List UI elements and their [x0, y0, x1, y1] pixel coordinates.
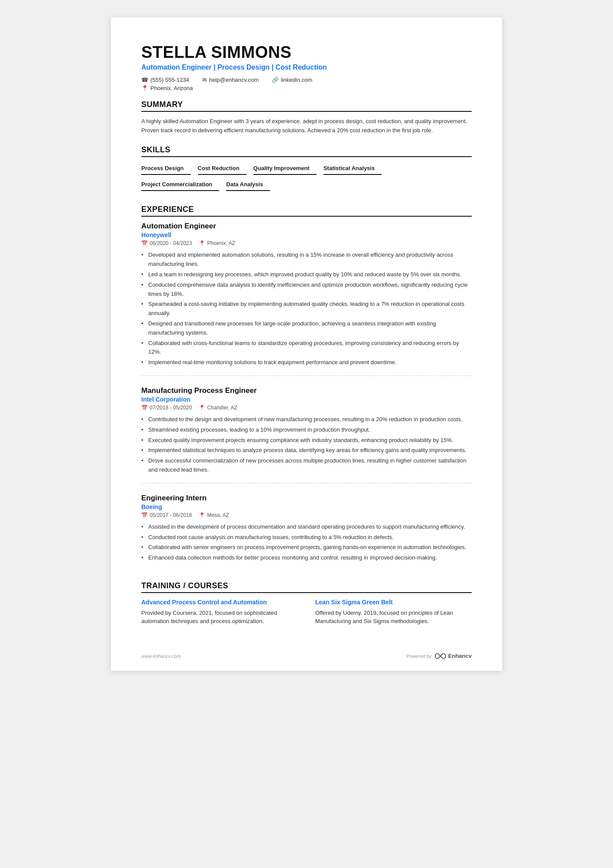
linkedin-contact: 🔗 linkedin.com [272, 77, 312, 83]
bullet-item: Implemented real-time monitoring solutio… [141, 358, 472, 367]
skill-item: Statistical Analysis [323, 162, 382, 175]
job-dates: 📅 07/2018 - 05/2020 [141, 405, 192, 411]
skills-section: SKILLS Process DesignCost ReductionQuali… [141, 145, 472, 194]
job-meta: 📅 05/2017 - 06/2018 📍 Mesa, AZ [141, 512, 472, 518]
bullet-item: Developed and implemented automation sol… [141, 251, 472, 269]
experience-list: Automation Engineer Honeywell 📅 06/2020 … [141, 222, 472, 571]
person-name: STELLA SIMMONS [141, 44, 472, 62]
skill-item: Data Analysis [226, 178, 270, 191]
job-location: 📍 Mesa, AZ [199, 512, 229, 518]
phone-contact: ☎ (555) 555-1234 [141, 77, 189, 83]
person-subtitle: Automation Engineer | Process Design | C… [141, 64, 472, 71]
skill-item: Quality Improvement [253, 162, 316, 175]
job-meta: 📅 07/2018 - 05/2020 📍 Chandler, AZ [141, 405, 472, 411]
linkedin-value: linkedin.com [281, 77, 312, 83]
job-title: Automation Engineer [141, 222, 472, 231]
job-dates: 📅 05/2017 - 06/2018 [141, 512, 192, 518]
calendar-icon: 📅 [141, 405, 148, 411]
training-item-title: Advanced Process Control and Automation [141, 598, 298, 607]
bullet-list: Assisted in the development of process d… [141, 523, 472, 563]
bullet-item: Enhanced data collection methods for bet… [141, 553, 472, 563]
training-item-text: Offered by Udemy, 2019, focused on princ… [315, 609, 472, 626]
powered-by-text: Powered by [406, 654, 432, 659]
company-name: Intel Corporation [141, 396, 472, 403]
location-pin-icon: 📍 [199, 240, 205, 246]
experience-title: EXPERIENCE [141, 205, 472, 217]
bullet-list: Developed and implemented automation sol… [141, 251, 472, 367]
brand-name: Enhancv [448, 653, 472, 659]
resume-page: STELLA SIMMONS Automation Engineer | Pro… [111, 17, 502, 671]
job-title: Manufacturing Process Engineer [141, 386, 472, 395]
bullet-item: Collaborated with cross-functional teams… [141, 339, 472, 357]
location-row: 📍 Phoenix, Arizona [141, 85, 472, 91]
email-icon: ✉ [202, 77, 207, 83]
company-name: Honeywell [141, 231, 472, 238]
training-section: TRAINING / COURSES Advanced Process Cont… [141, 581, 472, 626]
enhancv-logo-icon [434, 652, 446, 660]
email-value: help@enhancv.com [209, 77, 259, 83]
training-item-text: Provided by Coursera, 2021, focused on s… [141, 609, 298, 626]
experience-entry: Engineering Intern Boeing 📅 05/2017 - 06… [141, 494, 472, 571]
bullet-item: Designed and transitioned new processes … [141, 319, 472, 338]
training-item: Advanced Process Control and Automation … [141, 598, 298, 626]
training-title: TRAINING / COURSES [141, 581, 472, 593]
experience-section: EXPERIENCE Automation Engineer Honeywell… [141, 205, 472, 571]
job-meta: 📅 06/2020 - 04/2023 📍 Phoenix, AZ [141, 240, 472, 246]
phone-icon: ☎ [141, 77, 148, 83]
job-title: Engineering Intern [141, 494, 472, 503]
bullet-item: Conducted root cause analysis on manufac… [141, 533, 472, 542]
phone-value: (555) 555-1234 [150, 77, 189, 83]
job-location: 📍 Phoenix, AZ [199, 240, 235, 246]
job-dates: 📅 06/2020 - 04/2023 [141, 240, 192, 246]
bullet-item: Contributed to the design and developmen… [141, 415, 472, 424]
summary-section: SUMMARY A highly skilled Automation Engi… [141, 100, 472, 135]
skill-item: Cost Reduction [198, 162, 247, 175]
linkedin-icon: 🔗 [272, 77, 279, 83]
bullet-item: Assisted in the development of process d… [141, 523, 472, 532]
training-item-title: Lean Six Sigma Green Belt [315, 598, 472, 607]
bullet-item: Spearheaded a cost-saving initiative by … [141, 300, 472, 318]
training-item: Lean Six Sigma Green Belt Offered by Ude… [315, 598, 472, 626]
bullet-item: Streamlined existing processes, leading … [141, 426, 472, 435]
bullet-item: Collaborated with senior engineers on pr… [141, 543, 472, 552]
skills-title: SKILLS [141, 145, 472, 157]
bullet-item: Executed quality improvement projects en… [141, 436, 472, 445]
page-footer: www.enhancv.com Powered by Enhancv [141, 652, 472, 660]
training-grid: Advanced Process Control and Automation … [141, 598, 472, 626]
summary-title: SUMMARY [141, 100, 472, 112]
summary-text: A highly skilled Automation Engineer wit… [141, 117, 472, 135]
email-contact: ✉ help@enhancv.com [202, 77, 259, 83]
footer-brand: Powered by Enhancv [406, 652, 472, 660]
location-value: Phoenix, Arizona [150, 85, 193, 91]
skills-grid: Process DesignCost ReductionQuality Impr… [141, 162, 472, 194]
experience-entry: Manufacturing Process Engineer Intel Cor… [141, 386, 472, 483]
skill-item: Project Commercialization [141, 178, 219, 191]
footer-website: www.enhancv.com [141, 654, 181, 659]
bullet-item: Conducted comprehensive data analysis to… [141, 281, 472, 299]
bullet-item: Implemented statistical techniques to an… [141, 446, 472, 455]
location-pin-icon: 📍 [199, 405, 205, 411]
calendar-icon: 📅 [141, 512, 148, 518]
job-location: 📍 Chandler, AZ [199, 405, 237, 411]
skill-item: Process Design [141, 162, 191, 175]
bullet-list: Contributed to the design and developmen… [141, 415, 472, 475]
bullet-item: Led a team in redesigning key processes,… [141, 270, 472, 279]
location-pin-icon: 📍 [199, 512, 205, 518]
location-icon: 📍 [141, 85, 148, 91]
contact-row: ☎ (555) 555-1234 ✉ help@enhancv.com 🔗 li… [141, 77, 472, 83]
enhancv-logo: Enhancv [434, 652, 472, 660]
experience-entry: Automation Engineer Honeywell 📅 06/2020 … [141, 222, 472, 376]
bullet-item: Drove successful commercialization of ne… [141, 456, 472, 475]
header: STELLA SIMMONS Automation Engineer | Pro… [141, 44, 472, 91]
company-name: Boeing [141, 503, 472, 510]
calendar-icon: 📅 [141, 240, 148, 246]
